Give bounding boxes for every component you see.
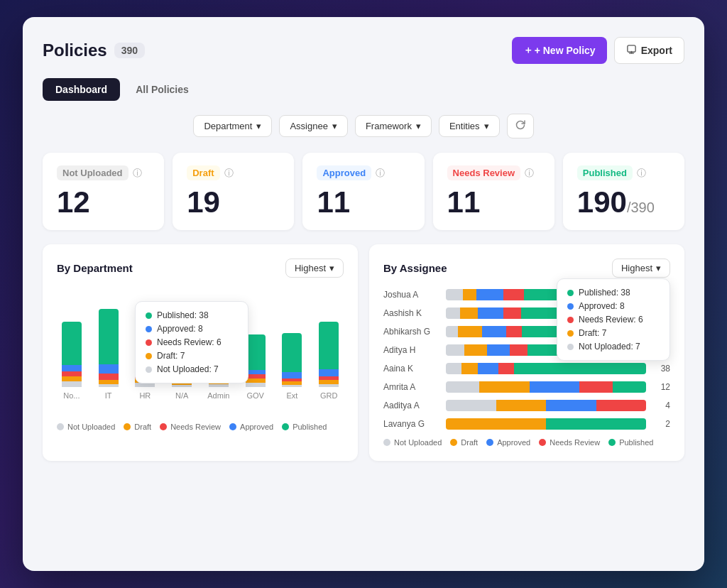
bar-segment [62, 371, 82, 376]
legend-label: Approved [240, 423, 273, 431]
bar-group-IT[interactable]: IT [94, 309, 124, 400]
filter-framework[interactable]: Framework ▾ [355, 115, 432, 137]
bar-segment [99, 309, 119, 364]
policy-count-badge: 390 [114, 43, 145, 58]
assignee-sort-button[interactable]: Highest ▾ [612, 258, 670, 278]
filter-assignee[interactable]: Assignee ▾ [279, 115, 347, 137]
chevron-down-icon: ▾ [656, 263, 661, 273]
legend-item: Draft [450, 438, 478, 447]
legend-label: Not Uploaded [394, 438, 442, 447]
export-icon [626, 44, 637, 57]
tooltip-text: Needs Review: 6 [579, 315, 643, 325]
tooltip-text: Not Uploaded: 7 [157, 364, 219, 374]
bar-label: GRD [320, 391, 337, 400]
assignee-segment [506, 326, 523, 337]
tooltip-item: Published: 38 [146, 310, 238, 320]
filter-framework-label: Framework [366, 121, 412, 131]
bar-group-GRD[interactable]: GRD [314, 322, 344, 400]
chart-department-header: By Department Highest ▾ [57, 258, 344, 278]
tab-all-policies[interactable]: All Policies [123, 78, 202, 101]
bar-segment [282, 333, 302, 372]
tooltip-dot [567, 330, 574, 337]
legend-item: Published [608, 438, 653, 447]
bar-segment [246, 383, 266, 387]
assignee-name: Lavanya G [383, 419, 439, 429]
bar-label: N/A [175, 391, 188, 400]
info-icon-draft[interactable]: ⓘ [224, 167, 234, 180]
assignee-segment [503, 289, 524, 300]
tooltip-dot [146, 366, 152, 373]
bar-label: Admin [207, 391, 229, 400]
header: Policies 390 ＋ + New Policy Export [43, 37, 684, 64]
assignee-segment [446, 381, 479, 393]
tooltip-dot [146, 353, 152, 359]
assignee-row[interactable]: Aaditya A4 [383, 400, 670, 411]
stat-card-needs-review: Needs Review ⓘ 11 [433, 153, 554, 230]
assignee-segment [458, 326, 482, 337]
legend-label: Published [293, 423, 327, 431]
assignee-segment [482, 326, 506, 337]
refresh-button[interactable] [507, 114, 534, 138]
stat-card-not-uploaded: Not Uploaded ⓘ 12 [43, 153, 164, 230]
tooltip-dot [567, 290, 574, 296]
tooltip-dot [146, 312, 152, 319]
legend-item: Needs Review [160, 423, 221, 431]
tooltip-item: Draft: 7 [146, 351, 238, 361]
assignee-segment [496, 400, 547, 411]
info-icon-approved[interactable]: ⓘ [376, 167, 385, 180]
assignee-segment [510, 344, 528, 356]
bar-group-Ext[interactable]: Ext [278, 333, 307, 400]
assignee-segment [503, 307, 521, 319]
legend-label: Published [619, 438, 653, 447]
info-icon-needs-review[interactable]: ⓘ [525, 167, 534, 180]
chevron-down-icon: ▾ [332, 121, 337, 131]
tab-dashboard[interactable]: Dashboard [43, 78, 120, 101]
bar-segment [209, 384, 229, 387]
legend-label: Needs Review [550, 438, 600, 447]
export-button[interactable]: Export [614, 37, 684, 64]
legend-dot [282, 423, 289, 430]
bar-segment [62, 322, 82, 365]
legend-item: Draft [124, 423, 151, 431]
legend-label: Approved [497, 438, 530, 447]
assignee-segment [464, 344, 487, 356]
assignee-bar [446, 400, 646, 411]
stat-card-draft: Draft ⓘ 19 [173, 153, 294, 230]
bar-segment [319, 322, 339, 369]
main-card: Policies 390 ＋ + New Policy Export Dashb… [23, 17, 704, 571]
info-icon-not-uploaded[interactable]: ⓘ [133, 167, 142, 180]
filter-entities[interactable]: Entities ▾ [439, 115, 500, 137]
tooltip-text: Needs Review: 6 [157, 337, 222, 347]
chart-by-assignee: By Assignee Highest ▾ Published: 38 Appr… [369, 244, 684, 461]
assignee-tooltip: Published: 38 Approved: 8 Needs Review: … [557, 278, 670, 361]
bar-segment [319, 369, 339, 376]
header-actions: ＋ + New Policy Export [512, 37, 684, 64]
assignee-name: Joshua A [383, 290, 439, 300]
chevron-down-icon: ▾ [329, 263, 334, 273]
stat-label-published: Published [577, 165, 633, 180]
bar-group-No...[interactable]: No... [57, 322, 87, 400]
tooltip-dot [146, 339, 152, 346]
new-policy-button[interactable]: ＋ + New Policy [512, 37, 607, 64]
assignee-bar [446, 381, 646, 393]
stat-label-not-uploaded: Not Uploaded [57, 165, 129, 180]
legend-label: Needs Review [170, 423, 221, 431]
department-sort-button[interactable]: Highest ▾ [285, 258, 344, 278]
assignee-segment [446, 400, 496, 411]
legend-dot [486, 439, 493, 446]
assignee-row[interactable]: Amrita A12 [383, 381, 670, 393]
info-icon-published[interactable]: ⓘ [637, 167, 646, 180]
assignee-segment [498, 363, 514, 374]
assignee-row[interactable]: Aaina K38 [383, 363, 670, 374]
assignee-segment [478, 307, 503, 319]
tooltip-item: Approved: 8 [146, 324, 238, 334]
tooltip-item: Needs Review: 6 [567, 315, 660, 325]
tooltip-text: Approved: 8 [157, 324, 203, 334]
assignee-segment [478, 363, 499, 374]
filter-department[interactable]: Department ▾ [193, 115, 272, 137]
tooltip-text: Draft: 7 [579, 328, 606, 338]
assignee-segment [446, 307, 460, 319]
filters-bar: Department ▾ Assignee ▾ Framework ▾ Enti… [43, 114, 684, 138]
assignee-row[interactable]: Lavanya G2 [383, 418, 670, 430]
page-title: Policies [43, 40, 107, 60]
